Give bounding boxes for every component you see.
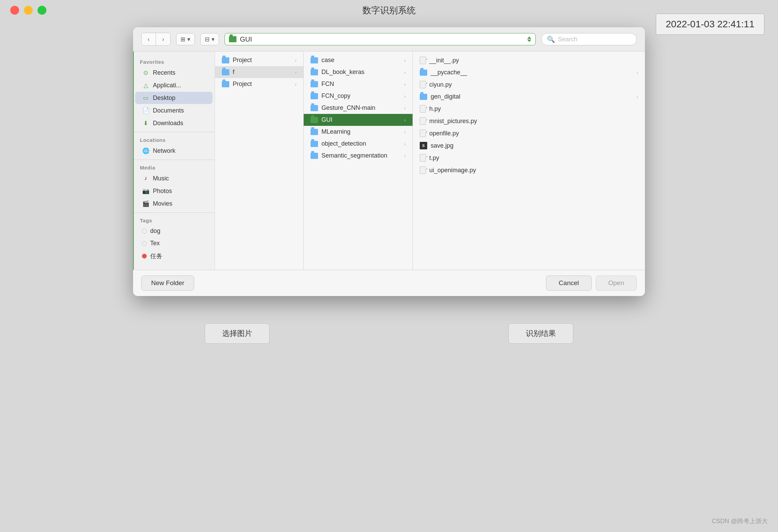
new-folder-button[interactable]: New Folder: [141, 276, 194, 291]
sidebar-item-recents[interactable]: ⊙ Recents: [135, 66, 213, 79]
sidebar-item-label: Documents: [153, 107, 184, 114]
search-icon: 🔍: [547, 35, 555, 43]
doc-icon: [420, 154, 426, 162]
movies-icon: 🎬: [142, 200, 149, 207]
file-name: save.jpg: [431, 142, 638, 149]
list-item[interactable]: gen_digital ›: [413, 91, 645, 103]
chevron-icon: ›: [295, 70, 297, 75]
footer-right: Cancel Open: [546, 276, 637, 291]
file-name: object_detection: [321, 140, 401, 147]
sidebar-item-urgent[interactable]: 任务: [135, 250, 213, 263]
minimize-button[interactable]: [24, 6, 33, 15]
chevron-icon: ›: [404, 93, 406, 99]
back-button[interactable]: ‹: [142, 33, 156, 45]
sidebar-item-movies[interactable]: 🎬 Movies: [135, 197, 213, 210]
app-title: 数字识别系统: [362, 4, 416, 16]
sidebar-item-music[interactable]: ♪ Music: [135, 172, 213, 184]
list-item[interactable]: case ›: [304, 54, 413, 66]
list-item[interactable]: __pycache__ ›: [413, 66, 645, 78]
list-item[interactable]: Project ›: [215, 54, 303, 66]
folder-icon: [311, 69, 318, 75]
location-text: GUI: [240, 35, 252, 43]
file-name: FCN: [321, 80, 401, 88]
sidebar-item-label: dog: [150, 227, 160, 235]
datetime-display: 2022-01-03 22:41:11: [656, 14, 764, 35]
sidebar-item-label: Downloads: [153, 120, 183, 127]
doc-icon: [420, 57, 426, 64]
arrow-up-icon: [527, 36, 531, 39]
list-item[interactable]: h.py: [413, 103, 645, 115]
grid-view-button[interactable]: ⊟ ▾: [200, 33, 219, 45]
music-icon: ♪: [142, 175, 149, 182]
tex-tag-icon: [142, 241, 147, 246]
dialog-footer: New Folder Cancel Open: [133, 270, 645, 296]
chevron-icon: ›: [404, 82, 406, 87]
columns-icon: ⊞: [181, 36, 185, 43]
sidebar-active-indicator: [133, 51, 134, 270]
cancel-button[interactable]: Cancel: [546, 276, 591, 291]
list-item[interactable]: ui_openimage.py: [413, 164, 645, 176]
list-item[interactable]: FCN ›: [304, 78, 413, 90]
sidebar-item-downloads[interactable]: ⬇ Downloads: [135, 117, 213, 129]
list-item[interactable]: MLearning ›: [304, 126, 413, 138]
chevron-icon: ›: [295, 82, 297, 87]
chevron-icon: ›: [404, 141, 406, 147]
arrow-down-icon: [527, 40, 531, 42]
sidebar: Favorites ⊙ Recents △ Applicati... ▭ Des…: [133, 51, 215, 270]
sidebar-item-network[interactable]: 🌐 Network: [135, 145, 213, 157]
file-name: f: [233, 69, 291, 76]
list-item[interactable]: object_detection ›: [304, 138, 413, 150]
list-item[interactable]: mnist_pictures.py: [413, 115, 645, 127]
open-button[interactable]: Open: [596, 276, 637, 291]
close-button[interactable]: [10, 6, 19, 15]
sidebar-item-applications[interactable]: △ Applicati...: [135, 79, 213, 91]
downloads-icon: ⬇: [142, 119, 149, 127]
file-name: h.py: [429, 105, 638, 113]
network-icon: 🌐: [142, 147, 149, 154]
list-item[interactable]: FCN_copy ›: [304, 90, 413, 102]
sidebar-item-label: 任务: [150, 252, 162, 260]
file-name: FCN_copy: [321, 92, 401, 100]
list-item[interactable]: Project ›: [215, 78, 303, 90]
select-image-button[interactable]: 选择图片: [205, 323, 270, 344]
sidebar-item-documents[interactable]: 📄 Documents: [135, 104, 213, 117]
folder-icon: [311, 117, 318, 123]
file-name: MLearning: [321, 128, 401, 135]
sidebar-item-tex[interactable]: Tex: [135, 237, 213, 249]
list-item[interactable]: Semantic_segmentation ›: [304, 150, 413, 162]
search-bar[interactable]: 🔍 Search: [541, 33, 637, 45]
recognize-button[interactable]: 识别结果: [508, 323, 573, 344]
favorites-section-title: Favorites: [133, 57, 215, 66]
sidebar-divider-1: [133, 132, 215, 132]
folder-icon: [311, 153, 318, 159]
list-item[interactable]: ciyun.py: [413, 78, 645, 91]
recents-icon: ⊙: [142, 69, 149, 76]
file-name: ciyun.py: [429, 81, 638, 88]
doc-icon: [420, 117, 426, 125]
maximize-button[interactable]: [38, 6, 46, 15]
sidebar-item-desktop[interactable]: ▭ Desktop: [135, 92, 213, 104]
chevron-icon: ›: [636, 70, 638, 75]
list-item[interactable]: DL_book_keras ›: [304, 66, 413, 78]
location-folder-icon: [229, 36, 236, 42]
list-item[interactable]: Gesture_CNN-main ›: [304, 102, 413, 114]
list-item[interactable]: openfile.py: [413, 127, 645, 139]
list-item[interactable]: GUI ›: [304, 114, 413, 126]
list-item[interactable]: t.py: [413, 152, 645, 164]
columns-view-button[interactable]: ⊞ ▾: [176, 33, 195, 45]
doc-icon: [420, 166, 426, 174]
photos-icon: 📷: [142, 187, 149, 195]
list-item[interactable]: S save.jpg: [413, 139, 645, 152]
list-item[interactable]: __init__.py: [413, 54, 645, 66]
forward-button[interactable]: ›: [156, 33, 170, 45]
folder-icon: [222, 81, 229, 87]
chevron-icon: ›: [636, 94, 638, 100]
sidebar-item-dog[interactable]: dog: [135, 225, 213, 237]
list-item[interactable]: f ›: [215, 66, 303, 78]
sidebar-item-label: Photos: [153, 188, 172, 195]
sidebar-item-photos[interactable]: 📷 Photos: [135, 185, 213, 197]
file-name: Project: [233, 57, 291, 64]
tags-section-title: Tags: [133, 216, 215, 225]
location-bar[interactable]: GUI: [225, 33, 536, 45]
doc-icon: [420, 81, 426, 88]
